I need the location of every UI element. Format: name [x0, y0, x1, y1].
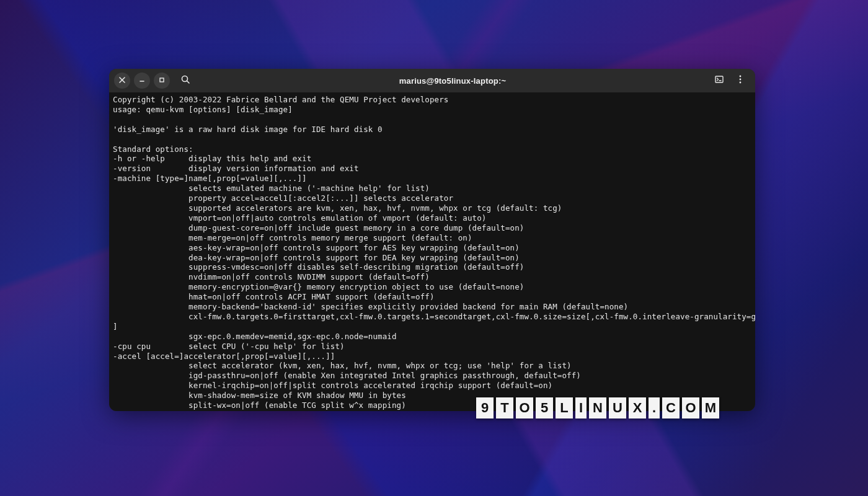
- window-titlebar[interactable]: marius@9to5linux-laptop:~: [109, 69, 755, 92]
- watermark-tile: O: [682, 397, 699, 418]
- watermark-tile: 9: [476, 397, 494, 418]
- kebab-menu-icon: [735, 74, 745, 87]
- watermark-tile: X: [629, 397, 646, 418]
- terminal-icon: [714, 74, 724, 87]
- minimize-button[interactable]: [134, 73, 150, 89]
- close-button[interactable]: [114, 73, 130, 89]
- menu-button[interactable]: [733, 73, 748, 88]
- watermark-tile: T: [496, 397, 513, 418]
- window-title: marius@9to5linux-laptop:~: [197, 76, 708, 86]
- watermark-tile: I: [575, 397, 587, 418]
- close-icon: [118, 75, 126, 86]
- search-icon: [180, 74, 190, 87]
- site-watermark: 9TO5LINUX.COM: [476, 397, 719, 418]
- svg-point-5: [740, 82, 742, 84]
- terminal-content-area[interactable]: Copyright (c) 2003-2022 Fabrice Bellard …: [109, 92, 755, 411]
- watermark-tile: U: [609, 397, 626, 418]
- titlebar-right-controls: [712, 73, 750, 88]
- svg-rect-0: [160, 78, 164, 82]
- minimize-icon: [138, 75, 146, 86]
- terminal-window: marius@9to5linux-laptop:~ Copyright (c) …: [109, 69, 755, 411]
- maximize-button[interactable]: [154, 73, 170, 89]
- watermark-tile: N: [589, 397, 606, 418]
- watermark-tile: M: [702, 397, 719, 418]
- new-tab-button[interactable]: [712, 73, 727, 88]
- svg-point-4: [740, 79, 742, 81]
- watermark-tile: O: [516, 397, 533, 418]
- search-button[interactable]: [177, 73, 193, 89]
- watermark-tile: L: [556, 397, 573, 418]
- svg-rect-2: [715, 76, 723, 82]
- watermark-tile: .: [649, 397, 660, 418]
- watermark-tile: C: [662, 397, 680, 418]
- svg-point-3: [740, 76, 742, 78]
- maximize-icon: [158, 75, 166, 86]
- terminal-output: Copyright (c) 2003-2022 Fabrice Bellard …: [113, 95, 751, 410]
- watermark-tile: 5: [536, 397, 553, 418]
